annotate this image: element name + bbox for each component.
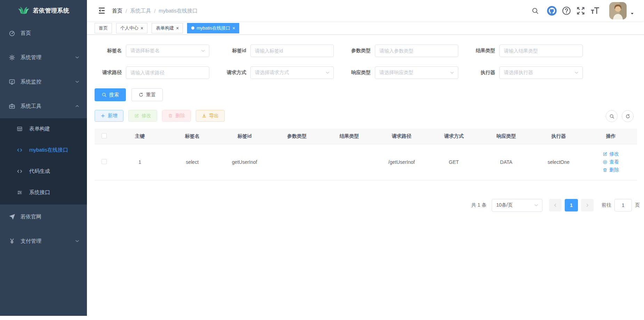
- sidebar-item-form-builder[interactable]: 表单构建: [0, 118, 87, 139]
- tab-mybatis-online-api[interactable]: mybatis在线接口: [187, 23, 239, 33]
- gear-icon: [9, 54, 15, 61]
- result-type-input[interactable]: [499, 45, 583, 57]
- add-button[interactable]: 新增: [95, 110, 123, 122]
- reset-button-label: 重置: [146, 92, 156, 98]
- sidebar-item-code-gen[interactable]: 代码生成: [0, 161, 87, 182]
- filter-label: 请求路径: [95, 70, 126, 76]
- close-icon[interactable]: [176, 26, 179, 31]
- param-type-input[interactable]: [375, 45, 458, 57]
- executor-select[interactable]: 请选择执行器: [499, 66, 583, 79]
- table-toolbar: 新增 修改 删除 导出: [95, 110, 637, 122]
- select-placeholder: 请选择请求方式: [255, 70, 289, 76]
- select-all-checkbox[interactable]: [102, 133, 107, 138]
- main-content: 标签名 请选择标签名 标签id 参数类型 结果类型 请求路径 请求方式: [87, 35, 644, 320]
- table-tools: [606, 110, 634, 122]
- top-navbar: 首页 / 系统工具 / mybatis在线接口: [87, 0, 644, 22]
- select-placeholder: 请选择标签名: [130, 48, 160, 54]
- active-dot-icon: [191, 26, 194, 30]
- breadcrumb-current: mybatis在线接口: [159, 8, 198, 14]
- col-header-request-method: 请求方式: [428, 129, 480, 144]
- export-button-label: 导出: [209, 113, 219, 119]
- delete-button[interactable]: 删除: [162, 110, 191, 122]
- sidebar-item-home[interactable]: 首页: [0, 21, 87, 45]
- sidebar-item-payment-manage[interactable]: 支付管理: [0, 229, 87, 253]
- filter-executor: 执行器 请选择执行器: [468, 66, 583, 79]
- breadcrumb-home[interactable]: 首页: [112, 8, 122, 14]
- col-header-param-type: 参数类型: [271, 129, 323, 144]
- show-search-button[interactable]: [606, 110, 618, 122]
- tag-name-select[interactable]: 请选择标签名: [126, 45, 209, 57]
- close-icon[interactable]: [140, 26, 143, 31]
- filter-label: 标签id: [219, 48, 250, 54]
- edit-button[interactable]: 修改: [128, 110, 157, 122]
- sidebar-item-system-manage[interactable]: 系统管理: [0, 45, 87, 70]
- chevron-up-icon: [74, 103, 80, 109]
- eye-icon: [603, 160, 607, 165]
- sidebar-item-system-monitor[interactable]: 系统监控: [0, 70, 87, 94]
- next-page-button[interactable]: [581, 199, 594, 211]
- request-path-input[interactable]: [126, 66, 209, 79]
- avatar-image: [609, 2, 627, 19]
- sidebar-item-mybatis-online-api[interactable]: mybatis在线接口: [0, 139, 87, 161]
- tab-profile[interactable]: 个人中心: [116, 23, 147, 33]
- edit-button-label: 修改: [142, 113, 151, 119]
- col-header-result-type: 结果类型: [323, 129, 376, 144]
- avatar[interactable]: [609, 2, 627, 19]
- request-method-select[interactable]: 请选择请求方式: [250, 66, 334, 79]
- refresh-table-button[interactable]: [622, 110, 634, 122]
- filter-request-method: 请求方式 请选择请求方式: [219, 66, 334, 79]
- tab-form-builder[interactable]: 表单构建: [152, 23, 183, 33]
- current-page-button[interactable]: 1: [565, 199, 578, 211]
- select-placeholder: 请选择响应类型: [379, 70, 413, 76]
- pagination-total: 共 1 条: [471, 202, 486, 208]
- prev-page-button[interactable]: [549, 199, 562, 211]
- goto-page-input[interactable]: [614, 199, 632, 211]
- page-size-select[interactable]: 10条/页: [492, 199, 542, 212]
- refresh-icon: [138, 92, 144, 97]
- filter-label: 响应类型: [344, 70, 375, 76]
- code-icon: [17, 147, 23, 153]
- tab-label: 首页: [99, 25, 108, 31]
- response-type-select[interactable]: 请选择响应类型: [375, 66, 458, 79]
- github-icon[interactable]: [547, 6, 557, 16]
- sidebar-item-label: 支付管理: [21, 238, 41, 245]
- filter-response-type: 响应类型 请选择响应类型: [344, 66, 458, 79]
- filter-label: 参数类型: [344, 48, 375, 54]
- grid-icon: [17, 126, 23, 132]
- app-title: 若依管理系统: [33, 7, 70, 15]
- close-icon[interactable]: [232, 26, 235, 31]
- breadcrumb-separator: /: [126, 8, 127, 14]
- sidebar-collapse-icon[interactable]: [97, 6, 106, 15]
- help-icon[interactable]: [562, 6, 571, 16]
- col-header-actions: 操作: [585, 129, 637, 144]
- caret-down-icon[interactable]: [629, 11, 635, 16]
- row-checkbox[interactable]: [102, 159, 107, 164]
- dashboard-icon: [9, 30, 15, 37]
- chevron-down-icon: [449, 70, 455, 75]
- sidebar-item-system-api[interactable]: 系统接口: [0, 182, 87, 203]
- row-delete-link[interactable]: 删除: [603, 167, 619, 173]
- pagination: 共 1 条 10条/页 1 前往 页: [95, 199, 640, 212]
- filter-param-type: 参数类型: [344, 45, 458, 57]
- sidebar-item-official-site[interactable]: 若依官网: [0, 205, 87, 229]
- filter-tag-name: 标签名 请选择标签名: [95, 45, 209, 57]
- sidebar-item-system-tools[interactable]: 系统工具: [0, 94, 87, 118]
- code-icon: [17, 168, 23, 174]
- search-icon[interactable]: [531, 7, 539, 15]
- edit-icon: [134, 113, 139, 118]
- monitor-icon: [9, 79, 15, 85]
- export-button[interactable]: 导出: [196, 110, 225, 122]
- row-edit-link[interactable]: 修改: [603, 151, 619, 157]
- tab-home[interactable]: 首页: [95, 23, 112, 33]
- row-view-link[interactable]: 查看: [603, 159, 619, 165]
- topbar-actions: [531, 0, 635, 22]
- fullscreen-icon[interactable]: [576, 6, 586, 16]
- search-icon: [609, 114, 614, 119]
- table-row[interactable]: 1 select getUserInof /getUserInof GET DA…: [95, 144, 637, 180]
- search-button[interactable]: 搜索: [95, 88, 126, 101]
- tag-id-input[interactable]: [250, 45, 334, 57]
- reset-button[interactable]: 重置: [131, 88, 163, 101]
- app-logo[interactable]: 若依管理系统: [0, 0, 87, 21]
- chevron-down-icon: [74, 238, 80, 244]
- font-size-icon[interactable]: [590, 6, 600, 16]
